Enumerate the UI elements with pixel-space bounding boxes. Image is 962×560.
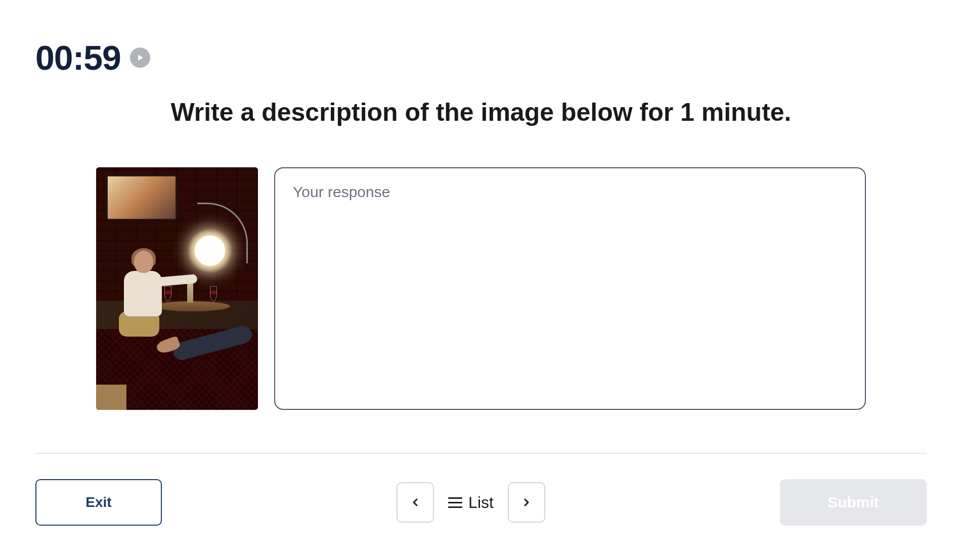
list-button[interactable]: List — [444, 493, 498, 512]
chevron-right-icon — [520, 496, 533, 508]
prev-button[interactable] — [397, 482, 434, 523]
submit-button[interactable]: Submit — [780, 479, 927, 526]
play-icon[interactable] — [130, 48, 150, 68]
timer-section: 00:59 — [35, 0, 927, 92]
footer: Exit List — [35, 454, 927, 551]
list-label: List — [468, 493, 494, 512]
next-button[interactable] — [508, 482, 545, 523]
chevron-left-icon — [409, 496, 421, 508]
exit-button[interactable]: Exit — [35, 479, 162, 526]
timer-display: 00:59 — [35, 38, 121, 77]
response-input[interactable] — [274, 167, 866, 410]
content-area — [35, 167, 927, 410]
hamburger-icon — [448, 497, 462, 508]
nav-controls: List — [397, 482, 545, 523]
prompt-title: Write a description of the image below f… — [35, 92, 927, 167]
prompt-image — [96, 167, 258, 410]
